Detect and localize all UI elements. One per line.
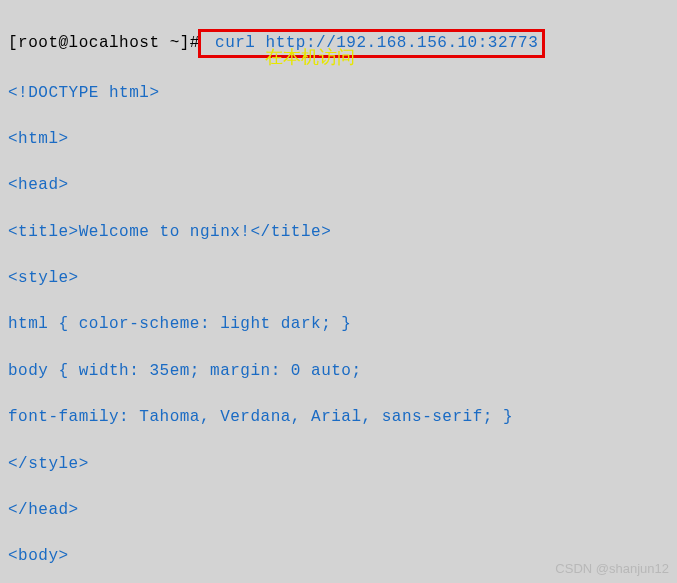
terminal-output[interactable]: [root@localhost ~]# curl http://192.168.… bbox=[8, 6, 669, 583]
output-line: html { color-scheme: light dark; } bbox=[8, 313, 669, 336]
watermark-text: CSDN @shanjun12 bbox=[555, 560, 669, 579]
curl-command: curl http://192.168.156.10:32773 bbox=[205, 34, 538, 52]
output-line: <html> bbox=[8, 128, 669, 151]
output-line: </head> bbox=[8, 499, 669, 522]
highlight-box: curl http://192.168.156.10:32773 bbox=[198, 29, 545, 58]
annotation-label: 在本机访问 bbox=[265, 44, 355, 70]
output-line: <title>Welcome to nginx!</title> bbox=[8, 221, 669, 244]
output-line: font-family: Tahoma, Verdana, Arial, san… bbox=[8, 406, 669, 429]
output-line: <style> bbox=[8, 267, 669, 290]
output-line: body { width: 35em; margin: 0 auto; bbox=[8, 360, 669, 383]
output-line: </style> bbox=[8, 453, 669, 476]
output-line: <head> bbox=[8, 174, 669, 197]
shell-prompt: [root@localhost ~]# bbox=[8, 34, 200, 52]
output-line: <!DOCTYPE html> bbox=[8, 82, 669, 105]
